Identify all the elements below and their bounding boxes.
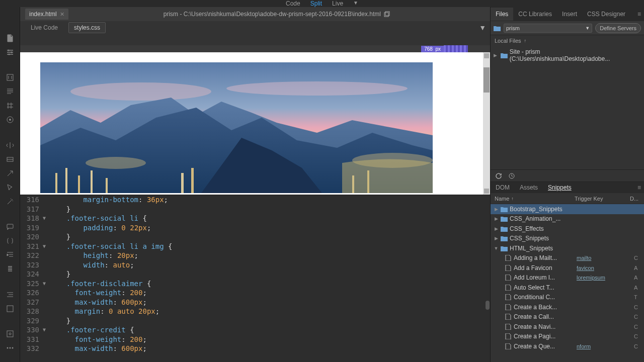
css-designer-tab[interactable]: CSS Designer — [582, 8, 630, 21]
code-line[interactable]: 332 max-width: 600px; — [20, 344, 490, 353]
fold-icon[interactable] — [41, 205, 47, 214]
breakpoint-handle-icon[interactable] — [444, 45, 468, 52]
fold-icon[interactable] — [41, 232, 47, 242]
settings-sliders-icon[interactable] — [5, 48, 15, 56]
view-dropdown-icon[interactable]: ▼ — [351, 0, 360, 6]
insert-tab[interactable]: Insert — [557, 8, 582, 21]
expand-icon[interactable]: ▶ — [494, 53, 499, 58]
code-line[interactable]: 316 margin-bottom: 36px; — [20, 195, 490, 205]
file-icon[interactable] — [5, 34, 15, 42]
hash-icon[interactable] — [5, 102, 15, 110]
dom-tab[interactable]: DOM — [491, 183, 515, 193]
list-icon[interactable] — [5, 87, 15, 96]
code-line[interactable]: 323 width: auto; — [20, 260, 490, 270]
snippet-item[interactable]: Create a Call...C — [491, 312, 644, 322]
assets-tab[interactable]: Assets — [515, 183, 543, 193]
define-servers-button[interactable]: Define Servers — [595, 23, 641, 33]
live-view-button[interactable]: Live — [330, 0, 345, 7]
fold-icon[interactable] — [41, 288, 47, 298]
arrow-icon[interactable] — [5, 169, 15, 177]
popout-icon[interactable] — [384, 11, 390, 17]
expand-icon[interactable]: ▼ — [494, 246, 499, 251]
snippet-folder[interactable]: ▶CSS_Effects — [491, 224, 644, 234]
code-line[interactable]: 320 } — [20, 232, 490, 242]
expand-icon[interactable]: ▶ — [494, 236, 499, 241]
snippets-tab[interactable]: Snippets — [543, 183, 577, 193]
format-icon[interactable] — [5, 291, 15, 299]
ruler[interactable]: 768 px — [20, 45, 490, 52]
code-line[interactable]: 329 } — [20, 316, 490, 326]
preview-canvas[interactable] — [20, 52, 483, 195]
code-line[interactable]: 319 padding: 0 22px; — [20, 223, 490, 233]
styles-tab[interactable]: styles.css — [68, 22, 106, 33]
snippet-folder[interactable]: ▶Bootstrap_Snippets — [491, 204, 644, 214]
fold-icon[interactable]: ▼ — [41, 325, 47, 335]
fold-icon[interactable]: ▼ — [41, 242, 47, 251]
snippet-folder[interactable]: ▶CSS_Animation_... — [491, 214, 644, 224]
expand-icon[interactable]: ▶ — [494, 207, 499, 212]
site-dropdown[interactable]: prism ▼ — [504, 24, 592, 33]
wand-icon[interactable] — [5, 198, 15, 206]
breakpoint-marker[interactable]: 768 px — [421, 45, 468, 52]
comment-icon[interactable] — [5, 223, 15, 231]
live-code-tab[interactable]: Live Code — [25, 22, 63, 33]
fold-icon[interactable] — [41, 298, 47, 307]
snippet-item[interactable]: Add Loreum I...loremipsumA — [491, 273, 644, 283]
fold-icon[interactable] — [41, 307, 47, 316]
fold-icon[interactable] — [41, 344, 47, 353]
code-view-button[interactable]: Code — [284, 0, 302, 7]
code-line[interactable]: 327 max-width: 600px; — [20, 298, 490, 307]
more-icon[interactable] — [5, 344, 15, 352]
code-line[interactable]: 325▼ .footer-disclaimer { — [20, 279, 490, 289]
expand-icon[interactable]: ▶ — [494, 216, 499, 221]
split-view-button[interactable]: Split — [308, 0, 324, 7]
snippet-item[interactable]: Add a FaviconfaviconA — [491, 263, 644, 273]
indent-icon[interactable] — [5, 251, 15, 259]
code-editor[interactable]: 316 margin-bottom: 36px;317 }318▼ .foote… — [20, 195, 490, 362]
code-line[interactable]: 324 } — [20, 269, 490, 279]
bracket-icon[interactable] — [5, 73, 15, 81]
snippet-item[interactable]: Auto Select T...A — [491, 283, 644, 293]
snippet-folder[interactable]: ▼HTML_Snippets — [491, 243, 644, 253]
fold-icon[interactable] — [41, 195, 47, 205]
extract-icon[interactable] — [5, 330, 15, 338]
snippet-item[interactable]: Conditional C...T — [491, 293, 644, 303]
snippet-item[interactable]: Adding a Mailt...mailtoC — [491, 253, 644, 263]
lower-panel-menu-icon[interactable]: ≡ — [634, 184, 644, 191]
snippets-header[interactable]: Name↑ Trigger Key D... — [491, 193, 644, 204]
snippet-item[interactable]: Create a Que...nformC — [491, 341, 644, 351]
snippet-item[interactable]: Create a Navi...C — [491, 322, 644, 332]
fold-icon[interactable] — [41, 260, 47, 270]
code-line[interactable]: 326 font-weight: 200; — [20, 288, 490, 298]
document-tab[interactable]: index.html ✕ — [25, 9, 68, 20]
code-line[interactable]: 321▼ .footer-social li a img { — [20, 242, 490, 251]
refresh-icon[interactable] — [495, 172, 503, 180]
expand-icon[interactable]: ▶ — [494, 226, 499, 231]
code-line[interactable]: 328 margin: 0 auto 20px; — [20, 307, 490, 316]
code-scrollbar[interactable] — [485, 195, 490, 362]
preview-scrollbar[interactable] — [483, 52, 490, 195]
fold-icon[interactable] — [41, 335, 47, 344]
panel-menu-icon[interactable]: ≡ — [634, 11, 644, 18]
collapse-icon[interactable] — [5, 155, 15, 163]
code-line[interactable]: 318▼ .footer-social li { — [20, 214, 490, 223]
target-icon[interactable] — [5, 116, 15, 124]
snippet-item[interactable]: Create a Back...C — [491, 302, 644, 312]
split-icon[interactable] — [5, 141, 15, 149]
box-icon[interactable] — [5, 305, 15, 313]
files-tab[interactable]: Files — [491, 8, 513, 21]
code-line[interactable]: 322 height: 20px; — [20, 251, 490, 260]
filter-icon[interactable]: ▼ — [479, 24, 486, 32]
close-icon[interactable]: ✕ — [60, 11, 64, 18]
fold-icon[interactable] — [41, 269, 47, 279]
files-column-header[interactable]: Local Files ↑ — [491, 35, 644, 46]
code-line[interactable]: 330▼ .footer-credit { — [20, 325, 490, 335]
cc-libraries-tab[interactable]: CC Libraries — [513, 8, 557, 21]
code-line[interactable]: 331 font-weight: 200; — [20, 335, 490, 344]
code-line[interactable]: 317 } — [20, 205, 490, 214]
snippet-folder[interactable]: ▶CSS_Snippets — [491, 234, 644, 244]
fold-icon[interactable]: ▼ — [41, 214, 47, 223]
fold-icon[interactable] — [41, 316, 47, 326]
snippet-item[interactable]: Create a Pagi...C — [491, 332, 644, 342]
fold-icon[interactable] — [41, 251, 47, 260]
